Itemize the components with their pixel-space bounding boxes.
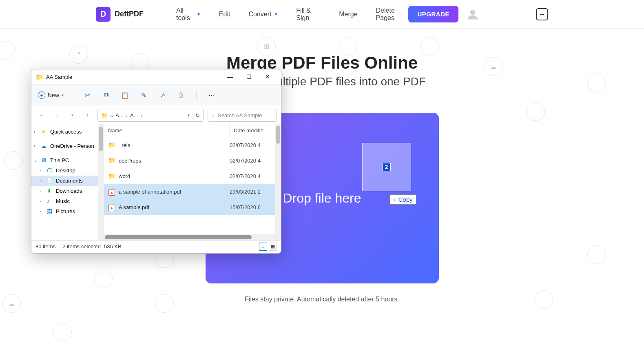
search-icon: ⌕ xyxy=(211,112,215,118)
nav-convert[interactable]: Convert▼ xyxy=(248,11,278,18)
folder-icon: 📁 xyxy=(106,172,117,180)
chevron-down-icon: ▼ xyxy=(274,12,278,16)
address-bar[interactable]: 📁 « A...› A...› ▾ ↻ xyxy=(97,109,204,122)
status-bar: 80 items 2 items selected 535 KB ≡ ▦ xyxy=(31,240,281,252)
view-icons-button[interactable]: ▦ xyxy=(269,243,277,251)
tree-documents[interactable]: ›📄Documents xyxy=(31,176,104,186)
nav-tree: ›★Quick access ›☁OneDrive - Person ⌄🖥Thi… xyxy=(31,124,104,240)
upgrade-button[interactable]: UPGRADE xyxy=(408,6,458,22)
column-date[interactable]: Date modifie xyxy=(230,124,281,137)
user-avatar-icon[interactable] xyxy=(467,8,479,20)
nav-delete-pages[interactable]: Delete Pages xyxy=(376,7,409,22)
window-titlebar[interactable]: 📁 AA Sample — ☐ ✕ xyxy=(31,69,281,84)
header: D DeftPDF All tools▼ Edit Convert▼ Fill … xyxy=(0,0,644,29)
file-list-header[interactable]: Name Date modifie xyxy=(104,124,281,137)
nav-merge[interactable]: Merge xyxy=(339,11,357,18)
folder-icon: 📁 xyxy=(35,73,44,81)
files-h-scrollbar[interactable] xyxy=(104,234,275,240)
file-row[interactable]: ▲A sample.pdf15/07/2020 6 xyxy=(104,199,281,215)
logo-text: DeftPDF xyxy=(115,10,144,18)
file-explorer-window: 📁 AA Sample — ☐ ✕ +New▾ ✂ ⧉ 📋 ✎ ↗ 🗑 ⋯ ← … xyxy=(31,69,281,254)
file-name: docProps xyxy=(117,158,230,164)
nav-edit[interactable]: Edit xyxy=(219,11,230,18)
file-row[interactable]: ▲a sample of annotation.pdf29/03/2021 2 xyxy=(104,184,281,199)
recent-dropdown[interactable]: ▾ xyxy=(66,109,78,121)
tree-downloads[interactable]: ›⬇Downloads xyxy=(31,186,104,196)
chevron-down-icon: ▼ xyxy=(197,12,201,16)
nav-all-tools[interactable]: All tools▼ xyxy=(176,7,201,22)
drag-preview: 2 xyxy=(362,143,411,191)
folder-icon: 📁 xyxy=(101,112,108,118)
window-title: AA Sample xyxy=(46,74,221,80)
delete-icon[interactable]: 🗑 xyxy=(174,88,188,102)
minimize-button[interactable]: — xyxy=(221,70,239,83)
search-input[interactable]: ⌕ Search AA Sample xyxy=(208,109,277,122)
chevron-down-icon[interactable]: ▾ xyxy=(188,113,190,117)
drag-count-badge: 2 xyxy=(383,163,391,171)
plus-icon: + xyxy=(393,196,397,203)
pdf-icon: ▲ xyxy=(106,203,117,211)
close-button[interactable]: ✕ xyxy=(258,70,277,83)
column-name[interactable]: Name xyxy=(104,124,230,137)
file-date: 29/03/2021 2 xyxy=(230,189,281,195)
tree-scrollbar[interactable] xyxy=(98,124,104,240)
privacy-note: Files stay private. Automatically delete… xyxy=(0,296,644,303)
back-button[interactable]: ← xyxy=(35,109,47,121)
logo[interactable]: D DeftPDF xyxy=(96,7,144,22)
tree-this-pc[interactable]: ⌄🖥This PC xyxy=(31,155,104,165)
paste-icon[interactable]: 📋 xyxy=(118,88,132,102)
status-selected: 2 items selected xyxy=(62,243,101,250)
folder-icon: 📁 xyxy=(106,157,117,164)
maximize-button[interactable]: ☐ xyxy=(239,70,258,83)
login-icon[interactable]: → xyxy=(536,8,548,20)
file-name: a sample of annotation.pdf xyxy=(117,189,230,195)
tree-pictures[interactable]: ›🖼Pictures xyxy=(31,206,104,216)
pdf-icon: ▲ xyxy=(106,188,117,196)
tree-desktop[interactable]: ›🖵Desktop xyxy=(31,165,104,176)
toolbar: +New▾ ✂ ⧉ 📋 ✎ ↗ 🗑 ⋯ xyxy=(31,84,281,106)
cut-icon[interactable]: ✂ xyxy=(80,88,94,102)
file-date: 02/07/2020 4 xyxy=(230,173,281,179)
address-bar-row: ← → ▾ ↑ 📁 « A...› A...› ▾ ↻ ⌕ Search AA … xyxy=(31,106,281,124)
nav-fill-sign[interactable]: Fill & Sign xyxy=(296,7,321,22)
copy-tooltip: +Copy xyxy=(389,194,416,205)
tree-quick-access[interactable]: ›★Quick access xyxy=(31,127,104,137)
view-details-button[interactable]: ≡ xyxy=(259,243,267,251)
file-list: Name Date modifie 📁_rels02/07/2020 4📁doc… xyxy=(104,124,281,240)
tree-onedrive[interactable]: ›☁OneDrive - Person xyxy=(31,141,104,151)
svg-point-0 xyxy=(470,9,476,15)
drop-text: Drop file here xyxy=(283,191,361,206)
copy-icon[interactable]: ⧉ xyxy=(99,88,113,102)
new-button[interactable]: +New▾ xyxy=(38,91,64,99)
logo-icon: D xyxy=(96,7,111,22)
status-items: 80 items xyxy=(35,243,55,250)
plus-circle-icon: + xyxy=(38,91,45,99)
files-scrollbar[interactable] xyxy=(275,124,281,240)
refresh-icon[interactable]: ↻ xyxy=(195,112,200,118)
tree-music[interactable]: ›♪Music xyxy=(31,196,104,206)
up-button[interactable]: ↑ xyxy=(82,109,93,121)
file-name: word xyxy=(117,173,230,179)
rename-icon[interactable]: ✎ xyxy=(137,88,150,102)
nav: All tools▼ Edit Convert▼ Fill & Sign Mer… xyxy=(176,7,408,22)
forward-button[interactable]: → xyxy=(51,109,62,121)
share-icon[interactable]: ↗ xyxy=(155,88,169,102)
status-size: 535 KB xyxy=(104,243,122,250)
file-date: 02/07/2020 4 xyxy=(230,158,281,164)
file-name: A sample.pdf xyxy=(117,204,230,210)
file-date: 02/07/2020 4 xyxy=(230,142,281,148)
file-row[interactable]: 📁_rels02/07/2020 4 xyxy=(104,137,281,153)
more-icon[interactable]: ⋯ xyxy=(205,88,219,102)
file-row[interactable]: 📁word02/07/2020 4 xyxy=(104,168,281,184)
file-name: _rels xyxy=(117,142,230,148)
folder-icon: 📁 xyxy=(106,141,117,149)
file-date: 15/07/2020 6 xyxy=(230,204,281,210)
file-row[interactable]: 📁docProps02/07/2020 4 xyxy=(104,153,281,168)
